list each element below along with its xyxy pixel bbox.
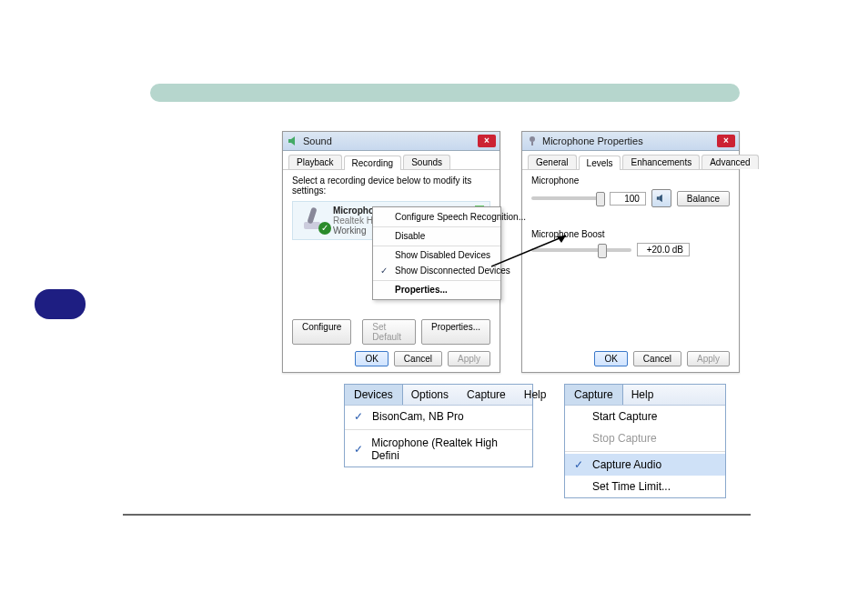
micprops-body: Microphone 100 Balance Microphone Boost (522, 170, 739, 275)
tab-advanced[interactable]: Advanced (701, 155, 758, 169)
cancel-button[interactable]: Cancel (394, 351, 442, 366)
microphone-boost-slider[interactable] (531, 248, 631, 252)
tab-sounds[interactable]: Sounds (403, 155, 450, 169)
device-item-label: BisonCam, NB Pro (372, 410, 464, 423)
capture-start[interactable]: Start Capture (565, 406, 725, 427)
sound-dialog: Sound × Playback Recording Sounds Select… (282, 131, 500, 373)
check-icon: ✓ (352, 443, 364, 456)
cancel-button[interactable]: Cancel (633, 351, 681, 366)
capture-menu-panel: Capture Help Start Capture Stop Capture … (564, 384, 726, 498)
sound-dialog-icon (287, 135, 299, 147)
close-icon[interactable]: × (717, 135, 735, 147)
sound-instruction: Select a recording device below to modif… (292, 176, 490, 196)
svg-marker-1 (291, 136, 295, 145)
device-item-label: Microphone (Realtek High Defini (371, 436, 520, 462)
micprops-dialog-icon (526, 135, 539, 147)
ok-button[interactable]: OK (594, 351, 627, 366)
tab-recording[interactable]: Recording (344, 156, 402, 170)
properties-button[interactable]: Properties... (421, 319, 490, 345)
microphone-level-slider[interactable] (531, 196, 604, 200)
capture-stop: Stop Capture (565, 427, 725, 449)
svg-point-4 (530, 136, 535, 142)
sound-footer: OK Cancel Apply (283, 351, 500, 366)
microphone-level-group: Microphone 100 Balance (531, 176, 730, 207)
microphone-boost-label: Microphone Boost (531, 229, 730, 239)
tab-playback[interactable]: Playback (288, 155, 342, 169)
menu-help[interactable]: Help (622, 385, 663, 405)
tab-levels[interactable]: Levels (579, 156, 621, 170)
micprops-title: Microphone Properties (542, 135, 643, 146)
micprops-footer: OK Cancel Apply (522, 351, 739, 366)
svg-rect-3 (307, 207, 317, 225)
mute-icon[interactable] (651, 189, 671, 207)
devices-menubar: Devices Options Capture Help (345, 385, 532, 406)
ctx-disable[interactable]: Disable (373, 226, 500, 244)
capture-set-time-limit[interactable]: Set Time Limit... (565, 476, 725, 497)
menu-capture[interactable]: Capture (564, 384, 623, 405)
microphone-boost-group: Microphone Boost +20.0 dB (531, 229, 730, 256)
menu-help[interactable]: Help (515, 385, 556, 405)
ctx-configure-speech[interactable]: Configure Speech Recognition... (373, 209, 500, 225)
microphone-label: Microphone (531, 176, 730, 186)
device-context-menu: Configure Speech Recognition... Disable … (372, 206, 501, 300)
mic-properties-dialog: Microphone Properties × General Levels E… (521, 131, 740, 373)
capture-item-label: Start Capture (592, 410, 657, 423)
capture-menubar: Capture Help (565, 385, 725, 406)
sound-tabs: Playback Recording Sounds (283, 151, 500, 170)
configure-button[interactable]: Configure (292, 319, 351, 345)
devices-menu-list: ✓ BisonCam, NB Pro ✓ Microphone (Realtek… (345, 406, 532, 467)
ctx-properties[interactable]: Properties... (373, 280, 500, 297)
micprops-titlebar: Microphone Properties × (522, 132, 739, 151)
balance-button[interactable]: Balance (677, 191, 730, 206)
devices-menu-panel: Devices Options Capture Help ✓ BisonCam,… (344, 384, 533, 467)
decorative-pill (35, 289, 86, 319)
close-icon[interactable]: × (478, 135, 496, 147)
ctx-show-disconnected[interactable]: Show Disconnected Devices (373, 263, 500, 278)
menu-separator (345, 429, 532, 430)
microphone-boost-value: +20.0 dB (637, 243, 690, 256)
decorative-bar (150, 84, 740, 102)
capture-audio[interactable]: ✓ Capture Audio (565, 454, 725, 476)
ctx-show-disabled[interactable]: Show Disabled Devices (373, 246, 500, 263)
set-default-button: Set Default (362, 319, 416, 345)
apply-button: Apply (687, 351, 730, 366)
sound-device-buttons: Configure Set Default Properties... (283, 319, 500, 345)
capture-item-label: Set Time Limit... (592, 480, 671, 493)
check-icon: ✓ (352, 410, 365, 423)
device-bisoncam[interactable]: ✓ BisonCam, NB Pro (345, 406, 532, 427)
footer-divider (123, 514, 751, 516)
menu-devices[interactable]: Devices (344, 384, 403, 405)
svg-rect-5 (531, 142, 533, 145)
microphone-level-value: 100 (610, 192, 646, 206)
capture-item-label: Stop Capture (592, 432, 657, 445)
micprops-tabs: General Levels Enhancements Advanced (522, 151, 739, 170)
ok-button[interactable]: OK (355, 351, 388, 366)
device-default-check-icon: ✓ (318, 222, 331, 235)
tab-general[interactable]: General (528, 155, 577, 169)
menu-capture[interactable]: Capture (458, 385, 515, 405)
svg-rect-0 (288, 139, 291, 143)
check-icon: ✓ (572, 458, 585, 471)
tab-enhancements[interactable]: Enhancements (622, 155, 700, 169)
capture-item-label: Capture Audio (592, 458, 661, 471)
sound-title: Sound (303, 135, 332, 146)
svg-rect-6 (657, 196, 660, 199)
menu-options[interactable]: Options (402, 385, 458, 405)
menu-separator (565, 451, 725, 452)
capture-menu-list: Start Capture Stop Capture ✓ Capture Aud… (565, 406, 725, 497)
svg-marker-7 (659, 195, 661, 203)
device-microphone-realtek[interactable]: ✓ Microphone (Realtek High Defini (345, 432, 532, 467)
sound-titlebar: Sound × (283, 132, 500, 151)
apply-button: Apply (448, 351, 490, 366)
